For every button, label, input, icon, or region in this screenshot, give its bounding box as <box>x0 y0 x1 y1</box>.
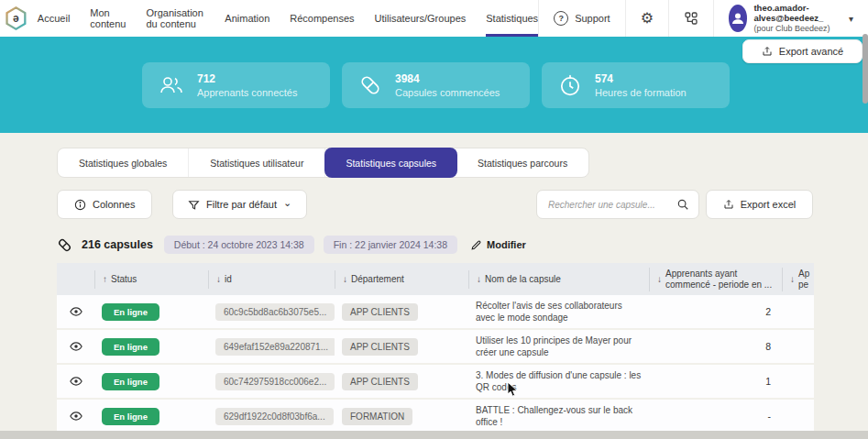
apprenants-count: 1 <box>649 376 782 387</box>
header-id[interactable]: ↓ id <box>208 270 335 289</box>
header-nom-label: Nom de la capsule <box>485 274 561 285</box>
nav-item-accueil[interactable]: Accueil <box>38 0 70 37</box>
table-row[interactable]: En ligne 60c9c5bd8ac6b3075e5... APP CLIE… <box>57 295 814 330</box>
sort-desc-icon: ↓ <box>477 274 481 285</box>
beedeez-logo-glyph: ə <box>7 9 25 28</box>
header-apprenants-commence[interactable]: ↓ Apprenants ayant commencé - periode en… <box>649 268 782 291</box>
nav-item-statistiques[interactable]: Statistiques <box>486 0 538 37</box>
stat-label: Capsules commencées <box>395 87 500 99</box>
table-row[interactable]: En ligne 649efaf152e89a220871... APP CLI… <box>57 330 814 365</box>
nav-item-recompenses[interactable]: Récompenses <box>290 0 354 37</box>
capsule-name: 3. Modes de diffusion d'une capsule : le… <box>468 369 649 393</box>
question-icon: ? <box>554 11 568 26</box>
user-identity: theo.amador-alves@beedeez_ (pour Club Be… <box>753 3 839 35</box>
capsule-id: 60c742975918cc006e2... <box>215 373 335 390</box>
export-excel-label: Export excel <box>741 199 797 210</box>
view-capsule-button[interactable] <box>57 305 94 318</box>
capsule-name: BATTLE : Challengez-vous sur le back off… <box>468 404 649 428</box>
header-partial-column[interactable]: ↓ Ap pe <box>782 268 814 291</box>
main-nav: Accueil Mon contenu Organisation du cont… <box>38 0 538 37</box>
stat-value: 574 <box>595 71 687 87</box>
beedeez-logo[interactable]: ə <box>0 0 32 37</box>
tab-statistiques-parcours[interactable]: Statistiques parcours <box>456 148 588 177</box>
account-menu[interactable]: theo.amador-alves@beedeez_ (pour Club Be… <box>713 0 868 37</box>
export-advanced-label: Export avancé <box>779 46 843 57</box>
status-badge: En ligne <box>102 408 159 425</box>
stat-cards: 712 Apprenants connectés 3984 Capsules c… <box>142 62 730 108</box>
eye-icon <box>70 375 82 388</box>
capsules-summary-row: 216 capsules Début : 24 octobre 2023 14:… <box>57 236 526 254</box>
view-capsule-button[interactable] <box>57 410 94 423</box>
apprenants-count: 2 <box>649 306 782 317</box>
chevron-down-icon[interactable]: ▾ <box>849 14 853 24</box>
table-header-row: ↑ Status ↓ id ↓ Département ↓ Nom de la … <box>57 263 814 295</box>
header-eye-column <box>57 270 94 289</box>
tab-statistiques-utilisateur[interactable]: Statistiques utilisateur <box>189 148 325 177</box>
export-icon <box>762 46 773 57</box>
table-row[interactable]: En ligne 60c742975918cc006e2... APP CLIE… <box>57 365 814 400</box>
view-capsule-button[interactable] <box>57 375 94 388</box>
stat-card-capsules-commencees: 3984 Capsules commencées <box>342 62 530 108</box>
capsule-name: Récolter l'avis de ses collaborateurs av… <box>468 300 649 324</box>
tab-statistiques-capsules[interactable]: Statistiques capsules <box>324 148 457 178</box>
stat-label: Heures de formation <box>595 87 687 99</box>
export-excel-button[interactable]: Export excel <box>706 190 813 219</box>
period-end-badge: Fin : 22 janvier 2024 14:38 <box>324 236 457 254</box>
columns-button[interactable]: Colonnes <box>57 190 152 219</box>
export-icon <box>723 199 734 210</box>
avatar <box>729 5 747 32</box>
capsule-name: Utiliser les 10 principes de Mayer pour … <box>468 335 649 358</box>
period-start-badge: Début : 24 octobre 2023 14:38 <box>164 236 314 254</box>
chevron-down-icon: ⌄ <box>283 197 291 209</box>
filter-icon <box>188 199 200 211</box>
capsule-id: 649efaf152e89a220871... <box>215 338 335 356</box>
pencil-icon <box>470 239 482 251</box>
capsules-table: ↑ Status ↓ id ↓ Département ↓ Nom de la … <box>57 263 814 434</box>
capsule-icon <box>57 237 72 253</box>
sort-desc-icon: ↓ <box>216 274 221 285</box>
capsule-icon <box>358 73 382 97</box>
gear-icon: ⚙ <box>641 11 654 26</box>
header-departement-label: Département <box>351 274 404 285</box>
search-input[interactable] <box>546 199 676 211</box>
user-email: theo.amador-alves@beedeez_ <box>753 3 839 25</box>
nav-item-mon-contenu[interactable]: Mon contenu <box>90 0 126 37</box>
header-apprenants-label: Apprenants ayant commencé - periode en .… <box>665 269 782 290</box>
stat-label: Apprenants connectés <box>197 87 297 99</box>
view-capsule-button[interactable] <box>57 340 94 353</box>
capsules-count: 216 capsules <box>82 238 153 251</box>
header-departement[interactable]: ↓ Département <box>335 270 468 289</box>
top-right-controls: ? Support ⚙ theo.amador-alves@beedeez_ <box>538 0 868 37</box>
support-button[interactable]: ? Support <box>538 0 625 37</box>
header-nom-capsule[interactable]: ↓ Nom de la capsule <box>468 270 649 289</box>
info-icon <box>74 199 86 211</box>
table-row[interactable]: En ligne 629df1922c0d8f03bf6a... FORMATI… <box>57 400 814 434</box>
header-status[interactable]: ↑ Status <box>94 270 208 289</box>
sort-desc-icon: ↓ <box>790 274 795 285</box>
mouse-cursor <box>507 381 519 398</box>
nav-item-animation[interactable]: Animation <box>225 0 269 37</box>
org-structure-button[interactable] <box>668 0 713 37</box>
apprenants-count: - <box>649 411 782 422</box>
stat-card-apprenants-connectes: 712 Apprenants connectés <box>142 62 330 108</box>
stat-value: 3984 <box>395 71 500 87</box>
capsule-id: 60c9c5bd8ac6b3075e5... <box>215 303 335 321</box>
user-organization: (pour Club Beedeez) <box>753 24 839 34</box>
tab-statistiques-globales[interactable]: Statistiques globales <box>58 148 189 177</box>
sort-desc-icon: ↓ <box>657 274 662 285</box>
eye-icon <box>70 305 82 318</box>
modify-period-button[interactable]: Modifier <box>470 239 526 251</box>
status-badge: En ligne <box>102 338 159 356</box>
header-partial-label: Ap pe <box>798 269 811 290</box>
statistics-content: Statistiques globales Statistiques utili… <box>0 133 868 439</box>
vertical-scrollbar[interactable] <box>863 34 868 104</box>
settings-button[interactable]: ⚙ <box>625 0 668 37</box>
status-badge: En ligne <box>102 373 159 390</box>
modify-label: Modifier <box>487 239 526 250</box>
nav-item-organisation-du-contenu[interactable]: Organisation du contenu <box>146 0 204 37</box>
search-icon[interactable] <box>676 198 689 211</box>
export-advanced-button[interactable]: Export avancé <box>742 39 863 63</box>
nav-item-utilisateurs-groupes[interactable]: Utilisateurs/Groupes <box>375 0 467 37</box>
bottom-scroll-track <box>0 431 868 439</box>
filter-button[interactable]: Filtre par défaut ⌄ <box>172 190 307 219</box>
